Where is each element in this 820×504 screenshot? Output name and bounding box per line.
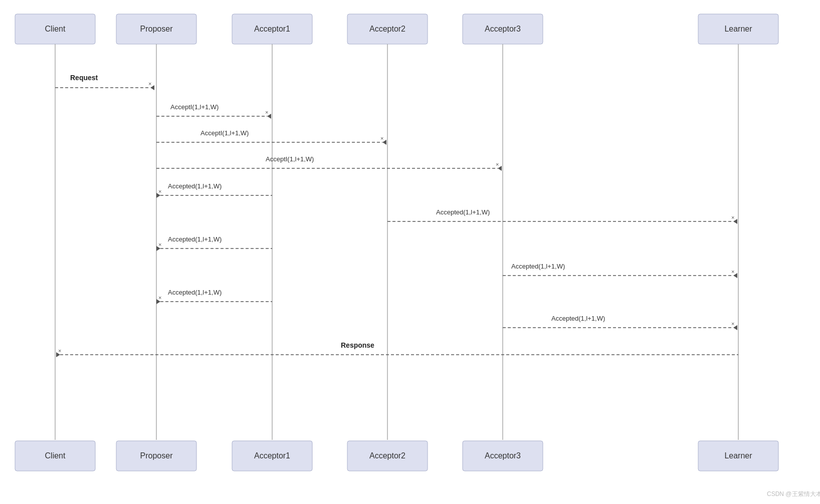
- actor-label-acceptor2-bottom: Acceptor2: [369, 451, 405, 460]
- msg-label-accepted-a1-p3: Accepted(1,l+1,W): [168, 289, 222, 296]
- msg-label-accepted-a3-l2: Accepted(1,l+1,W): [551, 315, 605, 322]
- msg-xmark-request: ×: [148, 81, 151, 87]
- msg-label-response: Response: [341, 341, 374, 349]
- actor-label-learner-bottom: Learner: [724, 451, 752, 460]
- msg-xmark-response: ×: [58, 348, 61, 354]
- msg-label-accepted-a1-p2: Accepted(1,l+1,W): [168, 235, 222, 243]
- msg-xmark-accepted-a1-p: ×: [158, 188, 161, 194]
- watermark: CSDN @王紫情大本蛋: [767, 490, 820, 497]
- actor-label-acceptor1-top: Acceptor1: [254, 25, 290, 33]
- msg-xmark-accept1-a2: ×: [380, 135, 383, 141]
- actor-label-client-top: Client: [45, 25, 66, 33]
- msg-label-accepted-a3-l: Accepted(1,l+1,W): [511, 263, 565, 270]
- msg-label-accept1-a2: AcceptI(1,l+1,W): [200, 129, 249, 137]
- actor-label-acceptor1-bottom: Acceptor1: [254, 451, 290, 460]
- msg-label-request: Request: [70, 74, 98, 82]
- msg-xmark-accepted-a2-l: ×: [731, 214, 734, 220]
- actor-label-proposer-bottom: Proposer: [140, 451, 173, 460]
- msg-xmark-accept1-a3: ×: [496, 161, 499, 167]
- msg-xmark-accepted-a1-p2: ×: [158, 241, 161, 247]
- actor-label-acceptor2-top: Acceptor2: [369, 25, 405, 33]
- actor-label-client-bottom: Client: [45, 451, 66, 460]
- actor-label-proposer-top: Proposer: [140, 25, 173, 33]
- msg-xmark-accept1-a1: ×: [265, 109, 268, 115]
- msg-label-accept1-a1: AcceptI(1,l+1,W): [170, 103, 219, 111]
- diagram-container: Client Proposer Acceptor1 Acceptor2 Acce…: [0, 0, 820, 504]
- msg-xmark-accepted-a3-l: ×: [731, 269, 734, 275]
- sequence-diagram: Client Proposer Acceptor1 Acceptor2 Acce…: [0, 0, 820, 504]
- msg-xmark-accepted-a3-l2: ×: [731, 321, 734, 327]
- msg-label-accepted-a2-l: Accepted(1,l+1,W): [436, 208, 490, 216]
- msg-label-accepted-a1-p: Accepted(1,l+1,W): [168, 182, 222, 190]
- msg-label-accept1-a3: AcceptI(1,l+1,W): [266, 155, 314, 163]
- actor-label-acceptor3-top: Acceptor3: [485, 25, 521, 33]
- actor-label-learner-top: Learner: [724, 25, 752, 33]
- actor-label-acceptor3-bottom: Acceptor3: [485, 451, 521, 460]
- msg-xmark-accepted-a1-p3: ×: [158, 295, 161, 301]
